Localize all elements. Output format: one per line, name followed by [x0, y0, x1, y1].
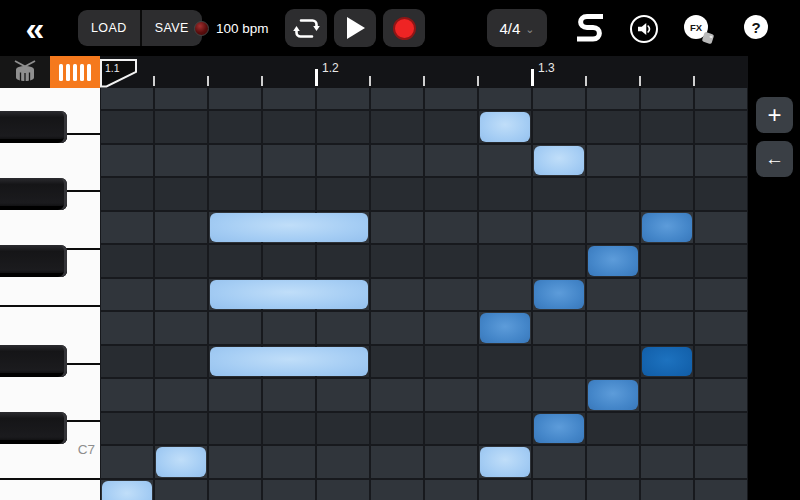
grid-cell[interactable]	[262, 88, 316, 110]
grid-cell[interactable]	[640, 278, 694, 312]
grid-cell[interactable]	[316, 88, 370, 110]
grid-cell[interactable]	[154, 311, 208, 345]
volume-button[interactable]	[630, 15, 658, 43]
help-button[interactable]: ?	[744, 15, 768, 39]
grid-cell[interactable]	[316, 479, 370, 500]
grid-cell[interactable]	[586, 177, 640, 211]
grid-cell[interactable]	[532, 378, 586, 412]
grid-cell[interactable]	[208, 445, 262, 479]
grid-cell[interactable]	[478, 278, 532, 312]
grid-cell[interactable]	[532, 479, 586, 500]
grid-cell[interactable]	[100, 244, 154, 278]
grid-cell[interactable]	[640, 177, 694, 211]
grid-cell[interactable]	[262, 177, 316, 211]
grid-cell[interactable]	[694, 445, 748, 479]
tempo-control[interactable]: 100 bpm	[194, 14, 269, 42]
grid-cell[interactable]	[370, 110, 424, 144]
piano-black-key-gs7[interactable]	[0, 178, 67, 210]
tab-drums[interactable]	[0, 56, 50, 88]
grid-cell[interactable]	[478, 144, 532, 178]
grid-cell[interactable]	[208, 110, 262, 144]
grid-cell[interactable]	[424, 211, 478, 245]
grid-cell[interactable]	[694, 177, 748, 211]
grid-cell[interactable]	[424, 88, 478, 110]
grid-cell[interactable]	[154, 244, 208, 278]
grid-cell[interactable]	[424, 278, 478, 312]
grid-cell[interactable]	[424, 479, 478, 500]
grid-cell[interactable]	[100, 278, 154, 312]
grid-cell[interactable]	[694, 244, 748, 278]
grid-cell[interactable]	[262, 378, 316, 412]
grid-cell[interactable]	[694, 144, 748, 178]
grid-cell[interactable]	[532, 244, 586, 278]
note-f7[interactable]	[534, 280, 584, 310]
grid-cell[interactable]	[694, 412, 748, 446]
grid-cell[interactable]	[586, 479, 640, 500]
grid-cell[interactable]	[586, 211, 640, 245]
grid-cell[interactable]	[586, 412, 640, 446]
grid-cell[interactable]	[370, 378, 424, 412]
grid-cell[interactable]	[100, 211, 154, 245]
grid-cell[interactable]	[208, 479, 262, 500]
note-c7[interactable]	[480, 447, 530, 477]
note-d7[interactable]	[588, 380, 638, 410]
grid-cell[interactable]	[370, 479, 424, 500]
grid-cell[interactable]	[154, 278, 208, 312]
note-a7[interactable]	[534, 146, 584, 176]
grid-cell[interactable]	[640, 479, 694, 500]
grid-cell[interactable]	[586, 144, 640, 178]
grid-cell[interactable]	[154, 378, 208, 412]
grid-cell[interactable]	[640, 412, 694, 446]
fx-button[interactable]: FX	[684, 15, 708, 39]
grid-cell[interactable]	[532, 88, 586, 110]
grid-cell[interactable]	[424, 110, 478, 144]
tab-keys-active[interactable]	[50, 56, 100, 88]
grid-cell[interactable]	[478, 244, 532, 278]
grid-cell[interactable]	[586, 110, 640, 144]
grid-cell[interactable]	[262, 144, 316, 178]
grid-cell[interactable]	[370, 88, 424, 110]
grid-cell[interactable]	[370, 412, 424, 446]
bar-marker-pennant[interactable]: 1.1	[100, 59, 140, 88]
note-b6[interactable]	[102, 481, 152, 500]
piano-black-key-fs7[interactable]	[0, 245, 67, 277]
grid-cell[interactable]	[316, 110, 370, 144]
note-fs7[interactable]	[588, 246, 638, 276]
grid-cell[interactable]	[154, 211, 208, 245]
grid-cell[interactable]	[100, 110, 154, 144]
grid-cell[interactable]	[640, 110, 694, 144]
piano-black-key-as7[interactable]	[0, 111, 67, 143]
grid-cell[interactable]	[478, 345, 532, 379]
grid-cell[interactable]	[100, 378, 154, 412]
grid-cell[interactable]	[424, 445, 478, 479]
grid-cell[interactable]	[694, 311, 748, 345]
back-arrow-button[interactable]: ←	[756, 141, 793, 177]
grid-cell[interactable]	[208, 311, 262, 345]
piano-black-key-ds7[interactable]	[0, 345, 67, 377]
time-signature-select[interactable]: 4/4 ⌄	[487, 9, 547, 47]
grid-cell[interactable]	[100, 144, 154, 178]
grid-cell[interactable]	[424, 244, 478, 278]
save-button[interactable]: SAVE	[140, 10, 202, 46]
grid-cell[interactable]	[262, 445, 316, 479]
piano-white-key-b6[interactable]	[0, 479, 100, 500]
grid-cell[interactable]	[640, 144, 694, 178]
note-e7[interactable]	[480, 313, 530, 343]
grid-cell[interactable]	[154, 479, 208, 500]
grid-cell[interactable]	[262, 479, 316, 500]
grid-cell[interactable]	[424, 412, 478, 446]
grid-cell[interactable]	[532, 345, 586, 379]
play-button[interactable]	[334, 9, 376, 47]
grid-cell[interactable]	[532, 211, 586, 245]
grid-cell[interactable]	[316, 144, 370, 178]
grid-cell[interactable]	[586, 88, 640, 110]
note-cs7[interactable]	[534, 414, 584, 444]
grid-cell[interactable]	[370, 278, 424, 312]
grid-cell[interactable]	[208, 412, 262, 446]
grid-cell[interactable]	[532, 110, 586, 144]
grid-cell[interactable]	[316, 412, 370, 446]
grid-cell[interactable]	[370, 445, 424, 479]
grid-cell[interactable]	[586, 278, 640, 312]
grid-cell[interactable]	[262, 311, 316, 345]
note-as7[interactable]	[480, 112, 530, 142]
